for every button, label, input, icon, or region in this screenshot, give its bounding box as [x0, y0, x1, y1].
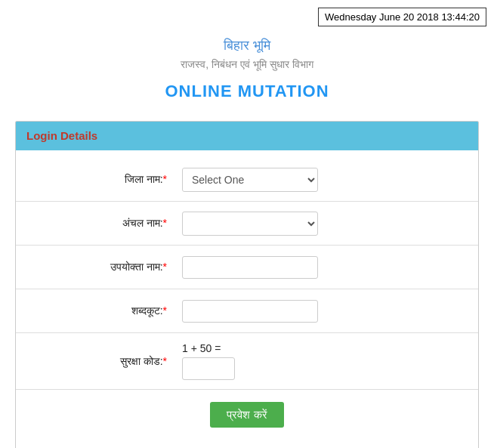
header-subtitle-hindi: राजस्व, निबंधन एवं भूमि सुधार विभाग — [0, 58, 494, 71]
datetime-text: Wednesday June 20 2018 13:44:20 — [325, 11, 480, 23]
submit-button[interactable]: प्रवेश करें — [210, 402, 283, 428]
password-label: शब्दकूट:* — [31, 304, 182, 317]
anchal-select[interactable] — [182, 212, 318, 236]
page-wrapper: Wednesday June 20 2018 13:44:20 बिहार भू… — [0, 0, 494, 448]
district-select[interactable]: Select One — [182, 168, 318, 192]
captcha-label: सुरक्षा कोड:* — [31, 355, 182, 368]
form-header-title: Login Details — [26, 129, 97, 142]
username-input[interactable] — [182, 256, 318, 279]
username-row: उपयोक्ता नाम:* — [16, 246, 478, 289]
district-row: जिला नाम:* Select One — [16, 158, 478, 202]
password-input[interactable] — [182, 300, 318, 323]
district-control: Select One — [182, 168, 463, 192]
username-control — [182, 256, 463, 279]
password-control — [182, 300, 463, 323]
datetime-bar: Wednesday June 20 2018 13:44:20 — [318, 8, 486, 26]
submit-row: प्रवेश करें — [16, 390, 478, 443]
anchal-row: अंचल नाम:* — [16, 202, 478, 246]
username-label: उपयोक्ता नाम:* — [31, 261, 182, 273]
captcha-equation: 1 + 50 = — [182, 342, 463, 354]
captcha-row: सुरक्षा कोड:* 1 + 50 = — [16, 333, 478, 390]
form-header: Login Details — [16, 122, 478, 150]
captcha-input[interactable] — [182, 357, 235, 380]
page-title: ONLINE MUTATION — [0, 82, 494, 101]
password-row: शब्दकूट:* — [16, 289, 478, 333]
anchal-control — [182, 212, 463, 236]
district-label: जिला नाम:* — [31, 173, 182, 186]
header-title-hindi: बिहार भूमि — [0, 38, 494, 54]
form-body: जिला नाम:* Select One अंचल नाम:* — [16, 150, 478, 448]
captcha-control: 1 + 50 = — [182, 342, 463, 380]
form-card: Login Details जिला नाम:* Select One अंचल… — [15, 121, 479, 448]
anchal-label: अंचल नाम:* — [31, 217, 182, 230]
